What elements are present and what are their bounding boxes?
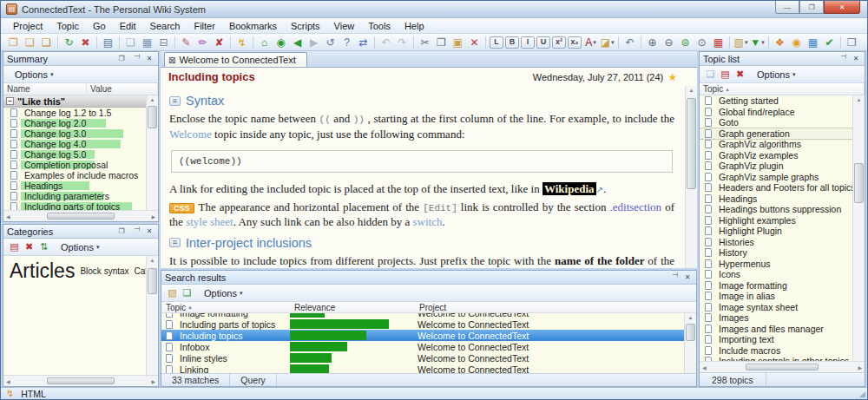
topic-list-item[interactable]: Images	[700, 312, 852, 324]
rename-topic-icon[interactable]: ▤	[718, 68, 733, 81]
pin-panel-icon[interactable]: ⊤	[838, 54, 847, 64]
heading-marker-icon[interactable]: ≡	[169, 238, 181, 247]
topic-list-item[interactable]: Highlight Plugin	[700, 226, 852, 237]
summary-item[interactable]: Change log 5.0	[3, 149, 146, 160]
menu-item[interactable]: Bookmarks	[222, 19, 284, 33]
favorite-star-icon[interactable]: ★	[667, 71, 677, 83]
summary-item[interactable]: Change log 1.2 to 1.5	[3, 108, 146, 118]
search-result-row[interactable]: Linking Welcome to ConnectedText	[161, 364, 684, 373]
menu-item[interactable]: Search	[143, 19, 187, 33]
scroll-right-icon[interactable]: ▶	[151, 213, 155, 220]
category-tag[interactable]: Block syntax	[80, 266, 128, 276]
summary-item[interactable]: Headings	[3, 180, 146, 191]
scrollbar-thumb[interactable]	[47, 377, 115, 384]
topic-list-item[interactable]: Headings	[700, 193, 852, 205]
search-icon[interactable]: ⊙	[694, 35, 710, 49]
cut-icon[interactable]: ✂	[417, 35, 433, 49]
edit-topic-icon[interactable]: ✎	[178, 35, 194, 49]
summary-item[interactable]: Including parts of topics	[3, 201, 146, 210]
scrollbar-thumb[interactable]	[148, 268, 157, 294]
minimize-button[interactable]: —	[775, 1, 799, 14]
zoom-out-icon[interactable]: ⊖	[661, 35, 677, 49]
topic-list-item[interactable]: Image in alias	[700, 291, 852, 302]
search-topics-icon[interactable]: ▧	[733, 35, 749, 49]
style-sheet-link[interactable]: style sheet	[186, 215, 233, 228]
scroll-up-icon[interactable]: ▲	[150, 256, 155, 265]
summary-item[interactable]: Including parameters	[3, 191, 146, 201]
home-icon[interactable]: ⌂	[256, 35, 273, 49]
close-panel-icon[interactable]: ✕	[144, 54, 155, 63]
search-options-button[interactable]: Options▾	[199, 287, 247, 299]
editsection-link[interactable]: .editsection	[610, 200, 662, 213]
quick-note-icon[interactable]: ↯	[233, 35, 250, 49]
italic-button[interactable]: I	[521, 36, 535, 49]
topic-list-item[interactable]: Histories	[700, 237, 852, 248]
search-folder-icon[interactable]: ▧	[165, 286, 180, 299]
save-topic-icon[interactable]: ▦	[139, 35, 155, 49]
go-icon[interactable]: ◉	[273, 35, 289, 49]
delete-category-icon[interactable]: ✖	[22, 240, 36, 253]
close-panel-icon[interactable]: ✕	[682, 272, 693, 282]
delete-topic-icon[interactable]: ✖	[733, 68, 747, 81]
scroll-right-icon[interactable]: ▶	[151, 378, 155, 384]
pin-panel-icon[interactable]: ⊤	[131, 54, 141, 64]
column-header-relevance[interactable]: Relevance	[290, 302, 415, 312]
image-manager-icon[interactable]: ▦	[805, 35, 821, 49]
menu-item[interactable]: Tools	[361, 19, 398, 33]
filter-icon[interactable]: ▼	[749, 35, 766, 49]
scroll-up-icon[interactable]: ▲	[857, 95, 862, 104]
column-header-topic[interactable]: Topic▴	[161, 302, 290, 312]
topic-list-item[interactable]: Hypermenus	[700, 259, 852, 270]
scroll-up-icon[interactable]: ▲	[150, 95, 155, 104]
topic-list-item[interactable]: Images and files manager	[700, 324, 852, 335]
topic-list-item[interactable]: Goto	[700, 117, 852, 128]
superscript-button[interactable]: x²	[552, 36, 566, 49]
categories-vertical-scrollbar[interactable]: ▲	[146, 256, 158, 375]
scrollbar-thumb[interactable]	[687, 98, 696, 189]
menu-item[interactable]: View	[327, 19, 362, 33]
topic-list-item[interactable]: GraphViz examples	[700, 150, 852, 161]
summary-horizontal-scrollbar[interactable]: ◀ ▶	[3, 210, 158, 221]
print-icon[interactable]: ⊟	[155, 35, 172, 49]
summary-vertical-scrollbar[interactable]: ▲	[146, 95, 158, 210]
summary-item[interactable]: Examples of include macros	[3, 170, 146, 180]
close-topic-icon[interactable]: ✖	[77, 35, 94, 49]
undo-icon[interactable]: ↶	[378, 35, 394, 49]
summary-item[interactable]: Completion proposal	[3, 160, 146, 170]
rename-topic-icon[interactable]: ✏	[194, 35, 211, 49]
topic-list-item[interactable]: Headings buttons suppression	[700, 204, 852, 215]
reload-topic-icon[interactable]: ↻	[61, 35, 77, 49]
wikipedia-highlight[interactable]: Wikipedia	[542, 182, 596, 195]
bold-button[interactable]: B	[505, 36, 519, 49]
refresh-icon[interactable]: ↺	[322, 35, 339, 49]
close-button[interactable]: ✕	[824, 1, 860, 14]
maximize-button[interactable]: ❐	[799, 1, 824, 14]
column-header-topic[interactable]: Topic▴	[700, 83, 865, 95]
search-result-row[interactable]: Inline styles Welcome to ConnectedText	[161, 352, 684, 364]
revert-icon[interactable]: ↶	[621, 35, 638, 49]
export-icon[interactable]: ❖	[772, 35, 788, 49]
forward-icon[interactable]: ▶	[306, 35, 322, 49]
scroll-right-icon[interactable]: ▶	[858, 364, 862, 370]
search-result-row[interactable]: Including parts of topics Welcome to Con…	[161, 318, 684, 330]
scrollbar-thumb[interactable]	[148, 106, 157, 128]
cleanup-icon[interactable]: ✔	[821, 35, 838, 49]
query-tab[interactable]: Query	[230, 374, 277, 386]
topic-list-item[interactable]: Getting started	[700, 95, 852, 107]
export-results-icon[interactable]: ❏	[180, 286, 194, 299]
eraser-button[interactable]: ◪	[599, 35, 615, 49]
topic-help-icon[interactable]: ?	[339, 35, 355, 49]
search-result-row[interactable]: Including topics Welcome to ConnectedTex…	[161, 330, 684, 341]
tab-close-icon[interactable]: ⊠	[168, 56, 175, 65]
document-vertical-scrollbar[interactable]: ▲	[685, 86, 697, 268]
menu-item[interactable]: Edit	[113, 19, 143, 33]
topic-list-item[interactable]: GraphViz plugin	[700, 161, 852, 172]
random-topic-icon[interactable]: ⇄	[355, 35, 372, 49]
column-header-value[interactable]: Value	[87, 83, 158, 95]
column-header-project[interactable]: Project	[415, 302, 696, 312]
categories-horizontal-scrollbar[interactable]: ◀ ▶	[3, 375, 158, 386]
float-panel-icon[interactable]: ❐	[116, 226, 127, 236]
notebook-icon[interactable]: ▤	[100, 35, 116, 49]
scrollbar-thumb[interactable]	[47, 213, 115, 220]
new-window-icon[interactable]: ❒	[844, 35, 860, 49]
